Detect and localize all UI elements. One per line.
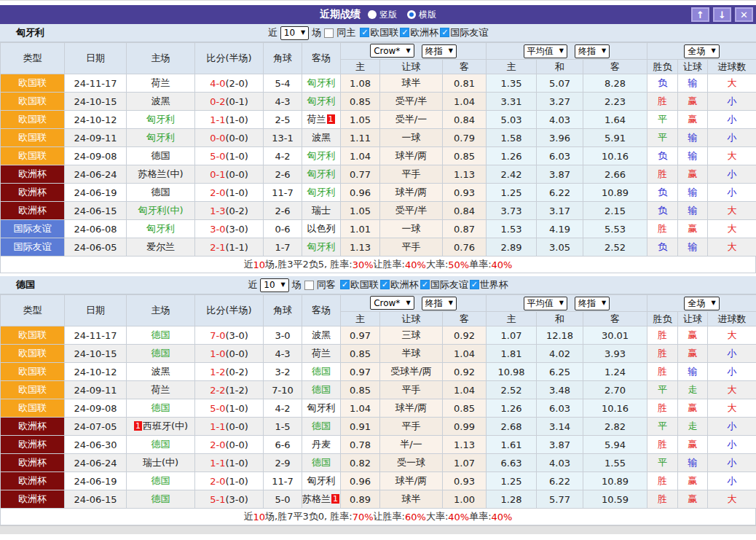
sub-header-away-odds: 客 — [443, 60, 487, 74]
recent-count-select[interactable]: 10▼ — [260, 278, 288, 292]
fulltime-select[interactable]: 全场▼ — [684, 297, 719, 310]
handicap-result-cell: 输 — [678, 74, 708, 93]
team-section-germany: 德国 近 10▼ 场 同客 欧国联欧洲杯国际友谊世界杯 类型 日期 主场 比分(… — [0, 276, 756, 525]
corner-cell: 4-3 — [264, 345, 302, 363]
summary-part: 50% — [448, 259, 469, 270]
summary-part: 近 — [244, 258, 253, 271]
score-cell: 1-1(1-0) — [195, 454, 264, 472]
league-type-cell: 欧洲杯 — [1, 165, 65, 184]
corner-cell: 11-7 — [264, 184, 302, 202]
col-header-away: 客场 — [302, 295, 341, 326]
league-filter[interactable]: 欧国联 — [340, 278, 379, 291]
score-value: 1-1 — [210, 114, 225, 125]
match-row: 欧国联24-10-12波黑1-2(0-2)3-2德国0.97受球半/两0.921… — [1, 363, 756, 381]
avg-home-cell: 1.58 — [487, 129, 537, 147]
radio-vertical-label: 竖版 — [379, 9, 397, 21]
team-name-text: 匈牙利 — [307, 187, 336, 197]
team-name: 德国 — [16, 278, 35, 291]
league-filter[interactable]: 国际友谊 — [440, 26, 488, 39]
layout-radio-horizontal[interactable]: 横版 — [407, 9, 436, 21]
league-type-cell: 欧洲杯 — [1, 472, 65, 490]
same-label: 同客 — [317, 278, 336, 291]
final-odds-select[interactable]: 终指▼ — [422, 297, 457, 310]
league-filter[interactable]: 国际友谊 — [420, 278, 468, 291]
match-rows: 欧国联24-11-17德国7-0(3-0)3-0波黑0.97三球0.921.07… — [1, 326, 756, 509]
summary-part: 场,胜7平3负0, 胜率: — [265, 510, 353, 523]
date-cell: 24-06-08 — [65, 220, 127, 238]
goals-result-cell: 大 — [708, 326, 756, 345]
handicap-result-cell: 赢 — [678, 472, 708, 490]
league-filter[interactable]: 欧洲杯 — [400, 26, 438, 39]
recent-label: 近 — [248, 278, 257, 291]
league-filter[interactable]: 欧洲杯 — [380, 278, 419, 291]
handicap-line-cell: 平手 — [380, 238, 443, 257]
radio-icon[interactable] — [407, 10, 416, 19]
match-table: 类型 日期 主场 比分(半场) 角球 客场 Crow*▼ 终指▼ 平均值▼ 终指… — [0, 294, 756, 509]
team-name-text: 德国 — [151, 187, 170, 197]
close-button[interactable]: ✕ — [735, 7, 753, 22]
move-down-button[interactable]: ↓ — [713, 7, 731, 22]
half-score-value: (0-1) — [225, 96, 248, 107]
score-value: 5-1 — [210, 494, 225, 505]
result-cell: 负 — [647, 238, 678, 257]
filter-row: 德国 近 10▼ 场 同客 欧国联欧洲杯国际友谊世界杯 — [0, 276, 756, 294]
league-checkbox[interactable] — [420, 280, 430, 289]
half-score-value: (0-0) — [225, 169, 248, 180]
avg-draw-cell: 4.03 — [537, 454, 583, 472]
sub-header-avg-draw: 和 — [537, 312, 583, 326]
bookmaker-select[interactable]: Crow*▼ — [370, 296, 414, 310]
league-checkbox[interactable] — [360, 28, 369, 37]
handicap-result-cell: 赢 — [678, 93, 708, 111]
team-name-text: 以色列 — [307, 223, 336, 234]
final-odds-select-value: 终指 — [425, 45, 443, 58]
avg-home-cell: 2.42 — [487, 165, 537, 184]
away-team-cell: 以色列 — [302, 220, 341, 238]
final-odds-select[interactable]: 终指▼ — [575, 297, 610, 310]
away-team-cell: 德国 — [302, 363, 341, 381]
title-bar: 近期战绩 竖版 横版 ↑ ↓ ✕ — [0, 5, 756, 24]
league-type-cell: 国际友谊 — [1, 220, 65, 238]
avg-home-cell: 1.53 — [487, 220, 537, 238]
away-odds-cell: 1.13 — [443, 165, 487, 184]
bookmaker-select[interactable]: Crow*▼ — [370, 44, 414, 58]
league-label: 欧洲杯 — [390, 278, 419, 291]
league-type-cell: 欧国联 — [1, 363, 65, 381]
col-header-home: 主场 — [127, 43, 195, 74]
league-filter[interactable]: 欧国联 — [360, 26, 398, 39]
average-select[interactable]: 平均值▼ — [524, 44, 567, 58]
recent-count-select[interactable]: 10▼ — [280, 26, 309, 40]
home-team-cell: 波黑 — [127, 363, 195, 381]
league-checkbox[interactable] — [400, 28, 409, 37]
fulltime-select[interactable]: 全场▼ — [684, 44, 719, 58]
league-checkbox[interactable] — [470, 280, 479, 289]
avg-away-cell: 30.01 — [583, 326, 647, 345]
league-checkbox[interactable] — [440, 28, 449, 37]
handicap-result-cell: 输 — [678, 202, 708, 220]
result-cell: 胜 — [647, 472, 678, 490]
layout-radio-vertical[interactable]: 竖版 — [368, 9, 397, 21]
average-select[interactable]: 平均值▼ — [524, 297, 567, 310]
same-checkbox[interactable] — [304, 281, 314, 290]
match-row: 欧洲杯24-06-15德国5-1(3-0)5-0苏格兰10.89球半1.001.… — [1, 490, 756, 509]
score-value: 5-0 — [210, 403, 225, 414]
final-odds-select[interactable]: 终指▼ — [575, 44, 610, 58]
league-filter[interactable]: 世界杯 — [470, 278, 508, 291]
same-checkbox[interactable] — [324, 28, 334, 38]
date-cell: 24-09-08 — [65, 399, 127, 418]
league-checkbox[interactable] — [380, 280, 390, 289]
away-odds-cell: 0.76 — [443, 238, 487, 257]
filter-controls: 近 10▼ 场 同主 欧国联欧洲杯国际友谊 — [268, 26, 488, 40]
move-up-button[interactable]: ↑ — [691, 7, 709, 22]
handicap-line-cell: 球半/两 — [380, 147, 443, 165]
average-odds-group: 平均值▼ 终指▼ — [487, 295, 647, 312]
score-value: 2-1 — [210, 242, 225, 253]
recent-count-value: 10 — [284, 28, 295, 38]
radio-icon[interactable] — [368, 10, 377, 19]
score-cell: 3-0(3-0) — [195, 220, 264, 238]
score-value: 2-0 — [210, 476, 225, 487]
home-team-cell: 匈牙利 — [127, 129, 195, 147]
league-checkbox[interactable] — [340, 280, 350, 289]
home-team-cell: 德国 — [127, 490, 195, 509]
final-odds-select[interactable]: 终指▼ — [422, 44, 457, 58]
match-row: 欧国联24-09-08德国5-0(1-0)4-2匈牙利1.04球半/两0.851… — [1, 399, 756, 418]
